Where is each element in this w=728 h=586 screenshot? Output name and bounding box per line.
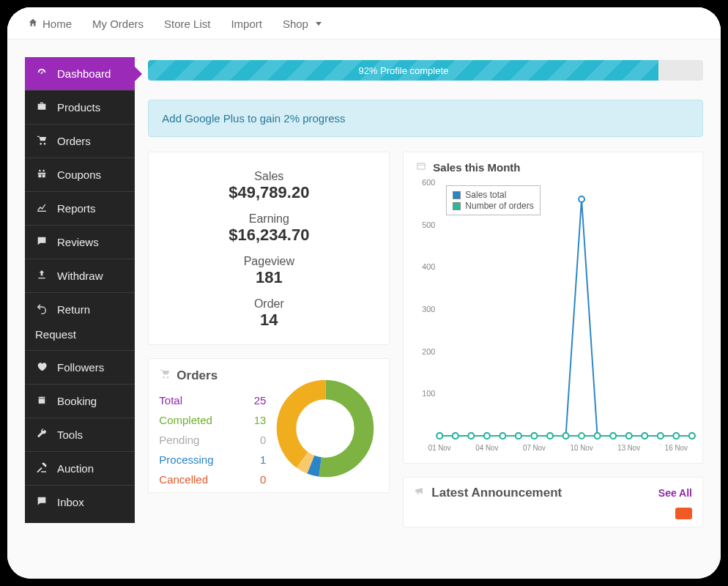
nav-my-orders[interactable]: My Orders — [92, 18, 144, 30]
sidebar-item-withdraw[interactable]: Withdraw — [25, 259, 135, 293]
sales-chart-title: Sales this Month — [433, 161, 520, 174]
svg-point-39 — [484, 433, 490, 439]
orders-completed-value: 13 — [254, 414, 267, 426]
orders-completed-label: Completed — [159, 414, 212, 426]
profile-tip: Add Google Plus to gain 2% progress — [148, 100, 703, 137]
sidebar-item-label: Reports — [57, 202, 96, 215]
sidebar-item-label-2: Request — [35, 328, 125, 341]
sidebar-item-followers[interactable]: Followers — [25, 351, 135, 385]
svg-text:01 Nov: 01 Nov — [428, 444, 451, 452]
svg-text:600: 600 — [423, 178, 436, 187]
svg-text:04 Nov: 04 Nov — [476, 444, 499, 452]
see-all-link[interactable]: See All — [658, 487, 692, 499]
svg-text:400: 400 — [423, 262, 436, 271]
svg-point-28 — [579, 196, 585, 202]
orders-pending-label: Pending — [159, 434, 199, 446]
sidebar-item-products[interactable]: Products — [25, 91, 135, 125]
svg-point-41 — [516, 433, 521, 439]
svg-text:300: 300 — [423, 305, 436, 314]
profile-progress-bar: 92% Profile complete — [148, 60, 703, 81]
svg-text:500: 500 — [423, 220, 436, 229]
megaphone-icon — [414, 485, 426, 500]
profile-progress-label: 92% Profile complete — [358, 65, 448, 76]
svg-point-37 — [453, 433, 458, 439]
cart-icon — [159, 368, 171, 383]
orders-total-label: Total — [159, 394, 182, 407]
stat-earning-label: Earning — [156, 212, 382, 226]
briefcase-icon — [35, 100, 48, 114]
svg-point-46 — [595, 433, 601, 439]
chart-legend: Sales total Number of orders — [446, 185, 540, 215]
announcement-chip — [675, 508, 692, 519]
svg-point-40 — [500, 433, 506, 439]
svg-point-5 — [301, 404, 350, 453]
svg-point-51 — [674, 433, 680, 439]
sidebar-item-reports[interactable]: Reports — [25, 192, 135, 226]
sidebar: Dashboard Products Orders Coupons — [25, 57, 135, 523]
orders-total-value: 25 — [254, 394, 267, 407]
chevron-down-icon — [316, 22, 322, 26]
sidebar-item-coupons[interactable]: Coupons — [25, 158, 135, 192]
sidebar-item-label: Dashboard — [57, 67, 111, 80]
svg-text:16 Nov: 16 Nov — [665, 444, 688, 452]
stat-pageview-label: Pageview — [156, 255, 382, 268]
svg-point-44 — [563, 433, 569, 439]
sidebar-item-tools[interactable]: Tools — [25, 418, 135, 452]
upload-icon — [35, 269, 48, 283]
svg-text:100: 100 — [423, 389, 436, 398]
svg-point-36 — [437, 433, 443, 439]
svg-point-49 — [642, 433, 648, 439]
sidebar-item-return-request[interactable]: Return Request — [25, 293, 135, 351]
sales-chart-card: Sales this Month 10020030040050060001 No… — [403, 152, 703, 464]
nav-store-list[interactable]: Store List — [164, 18, 210, 30]
sidebar-item-auction[interactable]: Auction — [25, 452, 135, 486]
orders-cancelled-value: 0 — [260, 473, 266, 486]
wrench-icon — [35, 428, 48, 442]
gift-icon — [35, 168, 48, 182]
stats-card: Sales $49,789.20 Earning $16,234.70 Page… — [148, 152, 390, 345]
sidebar-item-label: Products — [57, 101, 100, 114]
calendar-icon — [35, 394, 48, 408]
announcement-title: Latest Announcement — [431, 486, 562, 500]
sidebar-item-label: Tools — [57, 429, 83, 441]
main-content: 92% Profile complete Add Google Plus to … — [148, 57, 703, 527]
sidebar-item-label: Booking — [57, 395, 97, 407]
comment-icon — [35, 235, 48, 249]
stat-earning-value: $16,234.70 — [156, 226, 382, 245]
sidebar-item-inbox[interactable]: Inbox — [25, 486, 135, 519]
svg-point-50 — [658, 433, 664, 439]
svg-point-48 — [626, 433, 632, 439]
sidebar-item-label: Reviews — [57, 236, 99, 248]
sidebar-item-orders[interactable]: Orders — [25, 125, 135, 158]
svg-point-45 — [579, 433, 585, 439]
stat-order-label: Order — [156, 297, 382, 311]
sidebar-item-label: Auction — [57, 462, 94, 475]
svg-point-52 — [689, 433, 695, 439]
sidebar-item-dashboard[interactable]: Dashboard — [25, 57, 135, 91]
linechart-icon — [35, 201, 48, 215]
svg-point-43 — [547, 433, 553, 439]
stat-order-value: 14 — [156, 311, 382, 330]
stat-pageview-value: 181 — [156, 268, 382, 287]
sidebar-item-booking[interactable]: Booking — [25, 385, 135, 418]
orders-processing-label: Processing — [159, 453, 213, 466]
nav-home[interactable]: Home — [28, 18, 72, 30]
orders-card: Orders Total25 Completed13 Pending0 Proc… — [148, 358, 390, 493]
cart-icon — [35, 134, 48, 148]
profile-tip-text: Add Google Plus to gain 2% progress — [162, 112, 345, 125]
sidebar-item-label: Inbox — [57, 496, 84, 508]
nav-import[interactable]: Import — [231, 18, 262, 30]
gauge-icon — [35, 67, 48, 81]
sidebar-item-label: Return — [57, 303, 90, 316]
home-icon — [28, 18, 38, 30]
sidebar-item-reviews[interactable]: Reviews — [25, 226, 135, 259]
svg-point-47 — [611, 433, 617, 439]
card-icon — [415, 161, 427, 174]
sales-line-chart: 10020030040050060001 Nov04 Nov07 Nov10 N… — [412, 178, 699, 456]
announcement-card: Latest Announcement See All — [403, 477, 703, 527]
svg-rect-6 — [417, 163, 426, 169]
svg-text:13 Nov: 13 Nov — [618, 444, 641, 452]
orders-cancelled-label: Cancelled — [159, 473, 208, 486]
orders-processing-value: 1 — [260, 453, 266, 466]
nav-shop[interactable]: Shop — [283, 18, 322, 30]
